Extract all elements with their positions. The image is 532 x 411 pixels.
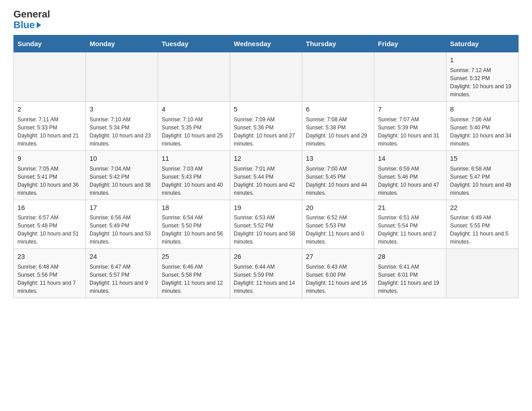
calendar-cell: 9Sunrise: 7:05 AMSunset: 5:41 PMDaylight… xyxy=(14,150,86,200)
day-info: Sunrise: 6:56 AMSunset: 5:49 PMDaylight:… xyxy=(90,214,154,246)
day-number: 20 xyxy=(306,203,370,213)
calendar-cell: 22Sunrise: 6:49 AMSunset: 5:55 PMDayligh… xyxy=(446,200,519,249)
day-number: 23 xyxy=(17,252,82,261)
day-info: Sunrise: 7:04 AMSunset: 5:42 PMDaylight:… xyxy=(90,165,154,197)
day-number: 16 xyxy=(17,203,82,213)
calendar-cell xyxy=(230,52,302,102)
calendar-cell: 2Sunrise: 7:11 AMSunset: 5:33 PMDaylight… xyxy=(14,102,86,151)
day-number: 26 xyxy=(234,252,298,261)
calendar-cell: 19Sunrise: 6:53 AMSunset: 5:52 PMDayligh… xyxy=(230,200,302,249)
calendar-cell: 25Sunrise: 6:46 AMSunset: 5:58 PMDayligh… xyxy=(158,249,230,298)
col-friday: Friday xyxy=(374,35,446,52)
day-number: 3 xyxy=(90,104,154,114)
calendar-cell: 27Sunrise: 6:43 AMSunset: 6:00 PMDayligh… xyxy=(302,249,374,298)
day-info: Sunrise: 6:57 AMSunset: 5:48 PMDaylight:… xyxy=(17,214,82,246)
day-number: 14 xyxy=(378,154,442,163)
day-number: 13 xyxy=(306,154,370,163)
calendar-cell: 3Sunrise: 7:10 AMSunset: 5:34 PMDaylight… xyxy=(86,102,158,151)
day-number: 21 xyxy=(378,203,442,213)
calendar-cell xyxy=(302,52,374,102)
calendar-cell: 13Sunrise: 7:00 AMSunset: 5:45 PMDayligh… xyxy=(302,150,374,200)
calendar-cell: 10Sunrise: 7:04 AMSunset: 5:42 PMDayligh… xyxy=(86,150,158,200)
calendar-cell: 28Sunrise: 6:41 AMSunset: 6:01 PMDayligh… xyxy=(374,249,446,298)
calendar-cell: 4Sunrise: 7:10 AMSunset: 5:35 PMDaylight… xyxy=(158,102,230,151)
calendar-cell: 14Sunrise: 6:59 AMSunset: 5:46 PMDayligh… xyxy=(374,150,446,200)
page-header: General Blue xyxy=(13,9,519,30)
calendar-cell: 5Sunrise: 7:09 AMSunset: 5:36 PMDaylight… xyxy=(230,102,302,151)
day-number: 15 xyxy=(450,154,515,163)
calendar-cell: 6Sunrise: 7:08 AMSunset: 5:38 PMDaylight… xyxy=(302,102,374,151)
day-info: Sunrise: 6:51 AMSunset: 5:54 PMDaylight:… xyxy=(378,214,442,246)
calendar-cell: 12Sunrise: 7:01 AMSunset: 5:44 PMDayligh… xyxy=(230,150,302,200)
day-info: Sunrise: 6:49 AMSunset: 5:55 PMDaylight:… xyxy=(450,214,515,246)
day-number: 24 xyxy=(90,252,154,261)
logo-blue-text: Blue xyxy=(13,20,41,30)
col-wednesday: Wednesday xyxy=(230,35,302,52)
calendar-cell: 18Sunrise: 6:54 AMSunset: 5:50 PMDayligh… xyxy=(158,200,230,249)
day-info: Sunrise: 6:53 AMSunset: 5:52 PMDaylight:… xyxy=(234,214,298,246)
day-info: Sunrise: 7:06 AMSunset: 5:40 PMDaylight:… xyxy=(450,116,515,148)
day-number: 4 xyxy=(162,104,226,114)
day-info: Sunrise: 6:52 AMSunset: 5:53 PMDaylight:… xyxy=(306,214,370,246)
day-number: 18 xyxy=(162,203,226,213)
calendar-cell xyxy=(158,52,230,102)
day-info: Sunrise: 6:47 AMSunset: 5:57 PMDaylight:… xyxy=(90,263,154,295)
day-number: 8 xyxy=(450,104,515,114)
col-monday: Monday xyxy=(86,35,158,52)
day-info: Sunrise: 7:10 AMSunset: 5:34 PMDaylight:… xyxy=(90,116,154,148)
day-info: Sunrise: 7:07 AMSunset: 5:39 PMDaylight:… xyxy=(378,116,442,148)
logo: General Blue xyxy=(13,9,50,30)
col-sunday: Sunday xyxy=(14,35,86,52)
week-row-3: 9Sunrise: 7:05 AMSunset: 5:41 PMDaylight… xyxy=(14,150,519,200)
day-info: Sunrise: 6:43 AMSunset: 6:00 PMDaylight:… xyxy=(306,263,370,295)
day-info: Sunrise: 7:01 AMSunset: 5:44 PMDaylight:… xyxy=(234,165,298,197)
day-info: Sunrise: 7:12 AMSunset: 5:32 PMDaylight:… xyxy=(450,66,515,98)
day-number: 5 xyxy=(234,104,298,114)
calendar-cell: 21Sunrise: 6:51 AMSunset: 5:54 PMDayligh… xyxy=(374,200,446,249)
day-info: Sunrise: 6:54 AMSunset: 5:50 PMDaylight:… xyxy=(162,214,226,246)
day-number: 25 xyxy=(162,252,226,261)
calendar-cell: 24Sunrise: 6:47 AMSunset: 5:57 PMDayligh… xyxy=(86,249,158,298)
calendar-cell xyxy=(14,52,86,102)
day-info: Sunrise: 6:48 AMSunset: 5:56 PMDaylight:… xyxy=(17,263,82,295)
day-number: 27 xyxy=(306,252,370,261)
week-row-5: 23Sunrise: 6:48 AMSunset: 5:56 PMDayligh… xyxy=(14,249,519,298)
col-saturday: Saturday xyxy=(446,35,519,52)
day-info: Sunrise: 6:46 AMSunset: 5:58 PMDaylight:… xyxy=(162,263,226,295)
day-number: 6 xyxy=(306,104,370,114)
day-info: Sunrise: 6:44 AMSunset: 5:59 PMDaylight:… xyxy=(234,263,298,295)
calendar-cell xyxy=(86,52,158,102)
day-number: 10 xyxy=(90,154,154,163)
day-number: 17 xyxy=(90,203,154,213)
day-number: 1 xyxy=(450,55,515,65)
calendar-cell: 17Sunrise: 6:56 AMSunset: 5:49 PMDayligh… xyxy=(86,200,158,249)
calendar-cell: 11Sunrise: 7:03 AMSunset: 5:43 PMDayligh… xyxy=(158,150,230,200)
day-number: 22 xyxy=(450,203,515,213)
day-info: Sunrise: 7:00 AMSunset: 5:45 PMDaylight:… xyxy=(306,165,370,197)
day-number: 28 xyxy=(378,252,442,261)
calendar-cell: 16Sunrise: 6:57 AMSunset: 5:48 PMDayligh… xyxy=(14,200,86,249)
day-info: Sunrise: 7:08 AMSunset: 5:38 PMDaylight:… xyxy=(306,116,370,148)
day-info: Sunrise: 6:59 AMSunset: 5:46 PMDaylight:… xyxy=(378,165,442,197)
logo-general-text: General xyxy=(13,9,50,20)
day-info: Sunrise: 7:09 AMSunset: 5:36 PMDaylight:… xyxy=(234,116,298,148)
day-info: Sunrise: 6:41 AMSunset: 6:01 PMDaylight:… xyxy=(378,263,442,295)
week-row-4: 16Sunrise: 6:57 AMSunset: 5:48 PMDayligh… xyxy=(14,200,519,249)
calendar-cell: 26Sunrise: 6:44 AMSunset: 5:59 PMDayligh… xyxy=(230,249,302,298)
day-number: 11 xyxy=(162,154,226,163)
day-number: 7 xyxy=(378,104,442,114)
week-row-1: 1Sunrise: 7:12 AMSunset: 5:32 PMDaylight… xyxy=(14,52,519,102)
day-info: Sunrise: 7:05 AMSunset: 5:41 PMDaylight:… xyxy=(17,165,82,197)
day-number: 19 xyxy=(234,203,298,213)
calendar-cell: 20Sunrise: 6:52 AMSunset: 5:53 PMDayligh… xyxy=(302,200,374,249)
col-thursday: Thursday xyxy=(302,35,374,52)
calendar-cell: 15Sunrise: 6:58 AMSunset: 5:47 PMDayligh… xyxy=(446,150,519,200)
day-info: Sunrise: 6:58 AMSunset: 5:47 PMDaylight:… xyxy=(450,165,515,197)
week-row-2: 2Sunrise: 7:11 AMSunset: 5:33 PMDaylight… xyxy=(14,102,519,151)
day-number: 9 xyxy=(17,154,82,163)
col-tuesday: Tuesday xyxy=(158,35,230,52)
calendar-cell: 7Sunrise: 7:07 AMSunset: 5:39 PMDaylight… xyxy=(374,102,446,151)
day-number: 2 xyxy=(17,104,82,114)
calendar-cell: 23Sunrise: 6:48 AMSunset: 5:56 PMDayligh… xyxy=(14,249,86,298)
calendar-header-row: Sunday Monday Tuesday Wednesday Thursday… xyxy=(14,35,519,52)
